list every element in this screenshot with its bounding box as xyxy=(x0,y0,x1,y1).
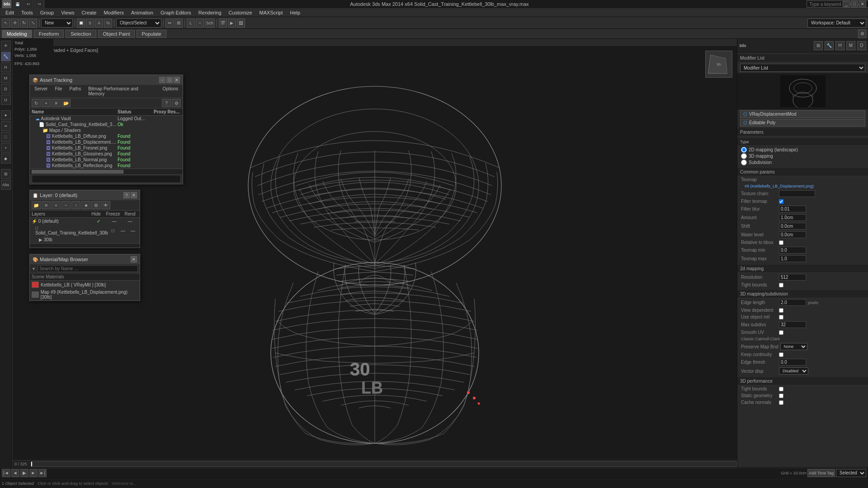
menu-item-tools[interactable]: Tools xyxy=(18,9,37,16)
menu-item-group[interactable]: Group xyxy=(37,9,58,16)
utilities-icon[interactable]: U xyxy=(1,95,11,105)
water-level-input[interactable] xyxy=(779,231,806,238)
render-btn[interactable]: ▶ xyxy=(228,19,236,28)
hierarchy-icon[interactable]: H xyxy=(1,62,11,72)
asset-restore-btn[interactable]: □ xyxy=(166,77,173,83)
poly-icon[interactable]: ▪ xyxy=(1,143,11,153)
radio-2d-mapping[interactable]: 2D mapping (landscape) xyxy=(741,147,864,153)
go-start-btn[interactable]: |◄ xyxy=(2,469,10,477)
select-type-dropdown[interactable]: New xyxy=(41,19,73,28)
cache-normals-checkbox[interactable] xyxy=(779,400,783,405)
motion-icon[interactable]: M xyxy=(1,73,11,83)
rp-btn3[interactable]: H xyxy=(835,41,844,50)
asset-row-4[interactable]: 🖼 Kettlebells_LB_Displacement.png Found xyxy=(30,139,183,145)
radio-sub-input[interactable] xyxy=(741,160,747,165)
rp-btn1[interactable]: ⊞ xyxy=(814,41,823,50)
asset-row-8[interactable]: 🖼 Kettlebells_LB_Reflection.png Found xyxy=(30,163,183,169)
redo-btn[interactable]: ↪ xyxy=(34,0,44,9)
add-time-tag-btn[interactable]: Add Time Tag xyxy=(807,469,835,477)
menu-item-graph-editors[interactable]: Graph Editors xyxy=(157,9,195,16)
menu-item-modifiers[interactable]: Modifiers xyxy=(100,9,127,16)
layer-visibility-btn[interactable]: 👁 xyxy=(101,201,110,209)
filter-texmap-checkbox[interactable] xyxy=(779,199,783,204)
layer-properties-btn[interactable]: ⚙ xyxy=(91,201,100,209)
create-icon[interactable]: ✛ xyxy=(1,41,11,51)
layer-select-btn[interactable]: ↑ xyxy=(71,201,80,209)
menu-item-help[interactable]: Help xyxy=(287,9,304,16)
tab-selection[interactable]: Selection xyxy=(66,30,96,38)
rp-btn2[interactable]: 🔧 xyxy=(825,41,834,50)
asset-refresh-btn[interactable]: ↻ xyxy=(32,99,41,107)
menu-item-animation[interactable]: Animation xyxy=(127,9,157,16)
smooth-uv-checkbox[interactable] xyxy=(779,330,783,335)
asset-menu-options[interactable]: Options xyxy=(160,86,181,97)
search-bar[interactable] xyxy=(835,1,842,7)
texture-chain-input[interactable] xyxy=(779,190,815,197)
menu-item-edit[interactable]: Edit xyxy=(2,9,18,16)
amount-input[interactable] xyxy=(779,214,806,221)
radio-subdivision[interactable]: Subdivision xyxy=(741,160,864,165)
material-close-btn[interactable]: ✕ xyxy=(131,256,137,263)
material-item-0[interactable]: Kettlebells_LB ( VRayMtl ) [30lb] xyxy=(30,281,140,289)
asset-row-2[interactable]: 📁 Maps / Shaders xyxy=(30,127,183,133)
layer-row-0[interactable]: ⚡ 0 (default) ✓ — — xyxy=(30,218,140,225)
view-cube[interactable]: 3D xyxy=(705,51,732,78)
asset-search-box[interactable] xyxy=(32,175,181,183)
asset-scrollbar[interactable] xyxy=(30,169,183,174)
tab-modeling[interactable]: Modeling xyxy=(2,30,32,38)
display-icon[interactable]: D xyxy=(1,84,11,94)
material-search-input[interactable] xyxy=(38,265,138,272)
element-icon[interactable]: ◆ xyxy=(1,154,11,164)
tight-bounds-2d-checkbox[interactable] xyxy=(779,283,783,287)
radio-2d-input[interactable] xyxy=(741,147,747,153)
asset-row-3[interactable]: 🖼 Kettlebells_LB_Diffuse.png Found xyxy=(30,133,183,139)
move-btn[interactable]: ✛ xyxy=(11,19,19,28)
edge-length-input[interactable] xyxy=(779,299,806,306)
layer-hide-0[interactable]: ✓ xyxy=(90,219,106,224)
tab-object-paint[interactable]: Object Paint xyxy=(98,30,135,38)
layer-freeze-0[interactable]: — xyxy=(106,219,122,224)
layer-help-btn[interactable]: ? xyxy=(123,192,130,198)
schematic-btn[interactable]: Sch xyxy=(205,19,215,28)
layer-highlight-btn[interactable]: ★ xyxy=(81,201,90,209)
material-item-1[interactable]: Map #9 (Kettlebells_LB_Displacement.png)… xyxy=(30,289,140,300)
layer-manager-btn[interactable]: L xyxy=(187,19,195,28)
asset-menu-file[interactable]: File xyxy=(52,86,65,97)
rp-btn5[interactable]: D xyxy=(857,41,866,50)
rp-btn4[interactable]: M xyxy=(846,41,855,50)
snap-toggle[interactable]: S xyxy=(86,19,94,28)
asset-locate-btn[interactable]: 📂 xyxy=(61,99,71,107)
select-btn[interactable]: ↖ xyxy=(2,19,10,28)
asset-row-1[interactable]: 📄 Solid_Cast_Training_Kettlebell_30lb_ma… xyxy=(30,122,183,127)
layer-row-1[interactable]: □ Solid_Cast_Training_Kettlebell_30lb □ … xyxy=(30,225,140,236)
filter-blur-input[interactable] xyxy=(779,206,806,212)
relative-bbox-checkbox[interactable] xyxy=(779,240,783,245)
border-icon[interactable]: □ xyxy=(1,132,11,142)
layer-rend-0[interactable]: — xyxy=(122,219,138,224)
asset-settings-btn[interactable]: ⚙ xyxy=(172,99,181,107)
menu-item-customize[interactable]: Customize xyxy=(225,9,256,16)
layer-row-2[interactable]: ▶ 30lb xyxy=(30,236,140,243)
radio-3d-mapping[interactable]: 3D mapping xyxy=(741,153,864,159)
tight-bounds-3d-checkbox[interactable] xyxy=(779,387,783,391)
menu-item-maxscript[interactable]: MAXScript xyxy=(256,9,287,16)
quick-save-btn[interactable]: 💾 xyxy=(13,0,23,9)
shift-input[interactable] xyxy=(779,223,806,230)
angle-snap[interactable]: A xyxy=(95,19,103,28)
edge-icon[interactable]: ━ xyxy=(1,121,11,131)
layer-hide-1[interactable]: □ xyxy=(108,228,118,233)
selection-filter-dropdown[interactable]: Object/Select xyxy=(116,19,161,28)
tab-settings-btn[interactable]: ⚙ xyxy=(858,29,866,38)
next-frame-btn[interactable]: ► xyxy=(29,469,38,477)
modify-icon[interactable]: 🔧 xyxy=(1,52,11,61)
use-object-mtl-checkbox[interactable] xyxy=(779,315,783,319)
modifier-vray-disp[interactable]: ⬡ VRayDisplacementMod xyxy=(740,110,865,118)
menu-item-create[interactable]: Create xyxy=(78,9,100,16)
render-setup-btn[interactable]: 🎬 xyxy=(219,19,227,28)
snap-btn[interactable]: 🔲 xyxy=(77,19,85,28)
layer-freeze-1[interactable]: — xyxy=(118,228,128,233)
play-btn[interactable]: ▶ xyxy=(20,469,28,477)
mirror-btn[interactable]: ⇔ xyxy=(165,19,174,28)
modifier-dropdown[interactable]: Modifier List xyxy=(740,64,865,72)
mode-select[interactable]: Selected xyxy=(836,469,866,477)
